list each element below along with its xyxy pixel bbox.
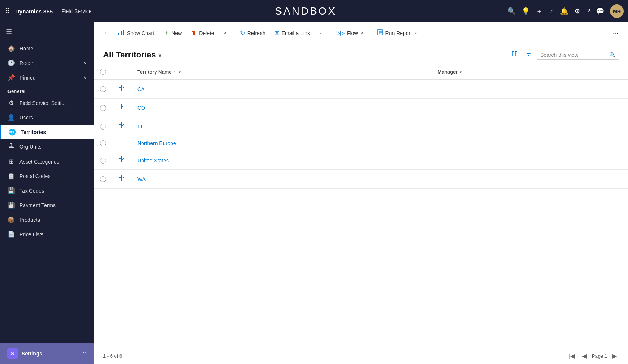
filter-view-button[interactable]: [523, 49, 534, 61]
territory-name-header[interactable]: Territory Name ↑ ∨: [131, 64, 432, 80]
sandbox-title: SANDBOX: [104, 5, 507, 17]
filter-nav-icon[interactable]: ⊿: [548, 7, 554, 15]
sidebar-item-pinned[interactable]: 📌 Pinned ∨: [0, 70, 94, 85]
svg-rect-26: [121, 108, 122, 109]
user-avatar[interactable]: MH: [610, 4, 624, 18]
row-checkbox[interactable]: [100, 176, 106, 182]
manager-cell: [432, 151, 628, 170]
nav-icons: 🔍 💡 ＋ ⊿ 🔔 ⚙ ? 💬 MH: [507, 4, 624, 18]
select-all-checkbox[interactable]: [100, 69, 106, 75]
svg-rect-16: [515, 51, 517, 52]
settings-footer[interactable]: S Settings ⌃: [0, 343, 94, 364]
manager-chevron[interactable]: ∨: [459, 69, 462, 74]
territory-name-link[interactable]: CO: [137, 105, 145, 111]
sidebar-item-payment-terms[interactable]: 💾 Payment Terms: [0, 198, 94, 212]
more-actions-button[interactable]: ⋯: [609, 28, 622, 38]
territory-name-link[interactable]: United States: [137, 158, 169, 164]
territory-icon: [118, 176, 125, 183]
territory-icon: [118, 157, 125, 165]
sidebar-item-asset-categories[interactable]: ⊞ Asset Categories: [0, 154, 94, 169]
svg-rect-30: [119, 124, 121, 125]
view-title: All Territories ∨: [103, 50, 510, 60]
territories-label: Territories: [21, 129, 87, 135]
sidebar-item-postal-codes[interactable]: 📋 Postal Codes: [0, 169, 94, 183]
columns-button[interactable]: [510, 49, 520, 61]
email-more-button[interactable]: ∨: [315, 28, 326, 38]
products-icon: 📦: [7, 216, 15, 223]
manager-label: Manager: [438, 69, 457, 75]
svg-rect-31: [123, 124, 124, 125]
territory-icon: [118, 123, 125, 131]
row-checkbox[interactable]: [100, 105, 106, 111]
territory-name-link[interactable]: CA: [137, 86, 144, 92]
territory-name-link[interactable]: WA: [137, 176, 146, 182]
prev-page-button[interactable]: ◀: [580, 352, 589, 360]
sidebar-item-users[interactable]: 👤 Users: [0, 110, 94, 125]
sidebar-item-home[interactable]: 🏠 Home: [0, 41, 94, 56]
more-actions-icon: ⋯: [613, 30, 618, 36]
territory-name-link[interactable]: FL: [137, 124, 143, 130]
new-label: New: [171, 30, 182, 36]
run-report-label: Run Report: [385, 30, 412, 36]
sidebar-item-products[interactable]: 📦 Products: [0, 212, 94, 227]
sidebar-item-recent[interactable]: 🕐 Recent ∨: [0, 56, 94, 70]
sidebar-item-tax-codes[interactable]: 💾 Tax Codes: [0, 183, 94, 198]
email-label: Email a Link: [282, 30, 310, 36]
settings-footer-chevron: ⌃: [82, 351, 87, 357]
svg-rect-36: [119, 158, 121, 159]
more-delete-button[interactable]: ∨: [220, 28, 230, 38]
email-link-button[interactable]: ✉ Email a Link: [271, 27, 314, 39]
refresh-button[interactable]: ↻ Refresh: [236, 27, 269, 39]
first-page-button[interactable]: |◀: [566, 352, 577, 360]
show-chart-button[interactable]: Show Chart: [114, 27, 158, 40]
tax-codes-label: Tax Codes: [19, 188, 87, 194]
sidebar-item-price-lists[interactable]: 📄 Price Lists: [0, 227, 94, 242]
grid-menu-icon[interactable]: ⠿: [4, 7, 10, 16]
general-section-header: General: [0, 85, 94, 96]
sidebar-item-field-service-settings[interactable]: ⚙ Field Service Setti...: [0, 96, 94, 110]
plus-icon[interactable]: ＋: [536, 7, 542, 16]
search-input[interactable]: [540, 52, 607, 58]
gear-icon[interactable]: ⚙: [574, 7, 580, 15]
bell-icon[interactable]: 🔔: [560, 7, 568, 15]
email-chevron: ∨: [319, 31, 322, 35]
pinned-chevron: ∨: [84, 75, 87, 80]
next-page-button[interactable]: ▶: [610, 352, 619, 360]
pinned-label: Pinned: [19, 75, 79, 81]
territory-icon: [118, 105, 125, 112]
search-icon[interactable]: 🔍: [507, 7, 516, 15]
flow-button[interactable]: ▷▷ Flow ∨: [332, 27, 367, 39]
row-checkbox[interactable]: [100, 140, 106, 146]
flow-chevron: ∨: [360, 31, 363, 35]
svg-rect-41: [121, 175, 122, 176]
refresh-label: Refresh: [247, 30, 265, 36]
svg-rect-43: [123, 177, 124, 178]
svg-rect-17: [121, 85, 122, 86]
chat-icon[interactable]: 💬: [596, 7, 604, 15]
territory-name-label: Territory Name: [137, 69, 172, 75]
svg-rect-40: [121, 159, 123, 160]
view-title-chevron[interactable]: ∨: [158, 52, 162, 58]
delete-button[interactable]: 🗑 Delete: [187, 28, 218, 39]
run-report-button[interactable]: Run Report ∨: [373, 27, 421, 39]
new-button[interactable]: ＋ New: [159, 27, 186, 39]
row-checkbox[interactable]: [100, 86, 106, 92]
row-checkbox[interactable]: [100, 158, 106, 164]
home-icon: 🏠: [7, 45, 15, 52]
territory-sort-chevron[interactable]: ∨: [178, 69, 181, 74]
help-icon[interactable]: ?: [586, 7, 590, 15]
toolbar-divider-1: [233, 28, 233, 39]
row-checkbox[interactable]: [100, 124, 106, 130]
sidebar-item-territories[interactable]: 🌐 Territories: [0, 125, 94, 139]
sidebar-item-org-units[interactable]: Org Units: [0, 139, 94, 154]
back-button[interactable]: ←: [100, 28, 113, 38]
toolbar-divider-3: [370, 28, 370, 39]
lightbulb-icon[interactable]: 💡: [522, 7, 530, 15]
svg-rect-13: [512, 52, 514, 56]
price-lists-icon: 📄: [7, 231, 15, 238]
search-view-icon[interactable]: 🔍: [609, 52, 616, 58]
territory-name-link[interactable]: Northern Europe: [137, 140, 176, 146]
svg-rect-34: [121, 125, 123, 126]
sidebar-toggle[interactable]: ☰: [0, 22, 94, 41]
manager-header[interactable]: Manager ∨: [432, 64, 628, 80]
